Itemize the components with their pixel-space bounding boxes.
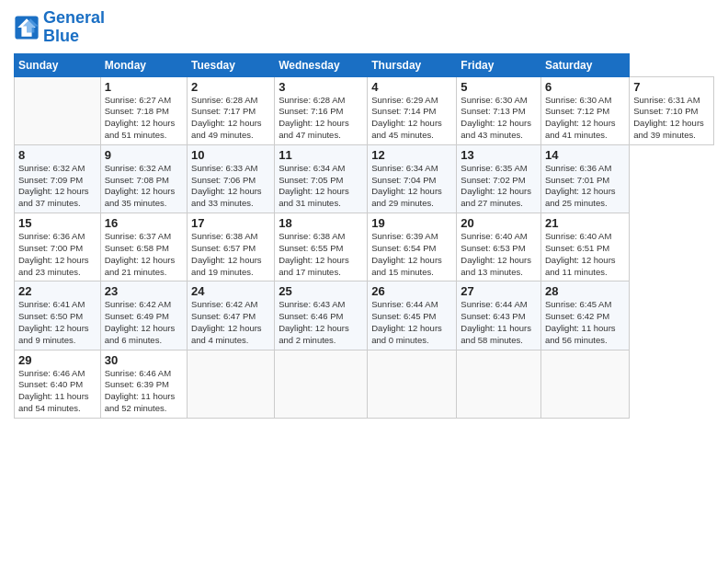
calendar-week-row: 29Sunrise: 6:46 AMSunset: 6:40 PMDayligh… (15, 350, 714, 418)
day-info: Sunrise: 6:28 AMSunset: 7:17 PMDaylight:… (191, 95, 270, 142)
calendar-day-cell: 9Sunrise: 6:32 AMSunset: 7:08 PMDaylight… (100, 144, 187, 213)
day-number: 7 (633, 80, 710, 94)
day-info: Sunrise: 6:46 AMSunset: 6:40 PMDaylight:… (18, 368, 97, 415)
calendar-day-cell: 1Sunrise: 6:27 AMSunset: 7:18 PMDaylight… (100, 76, 187, 144)
header-wednesday: Wednesday (275, 53, 368, 76)
day-number: 14 (545, 148, 625, 162)
calendar-day-cell: 30Sunrise: 6:46 AMSunset: 6:39 PMDayligh… (100, 350, 187, 418)
calendar-day-cell: 12Sunrise: 6:34 AMSunset: 7:04 PMDayligh… (368, 144, 457, 213)
day-number: 8 (18, 148, 97, 162)
calendar-day-cell: 3Sunrise: 6:28 AMSunset: 7:16 PMDaylight… (275, 76, 368, 144)
calendar-day-cell (188, 350, 275, 418)
day-info: Sunrise: 6:36 AMSunset: 7:00 PMDaylight:… (18, 231, 97, 278)
page-container: General Blue Sunday Monday Tuesday Wedne… (0, 0, 728, 428)
calendar-day-cell: 19Sunrise: 6:39 AMSunset: 6:54 PMDayligh… (368, 213, 457, 282)
day-number: 22 (18, 284, 97, 298)
calendar-day-cell (541, 350, 630, 418)
day-number: 11 (279, 148, 363, 162)
day-info: Sunrise: 6:40 AMSunset: 6:53 PMDaylight:… (461, 231, 537, 278)
day-info: Sunrise: 6:30 AMSunset: 7:13 PMDaylight:… (461, 95, 537, 142)
calendar-day-cell: 20Sunrise: 6:40 AMSunset: 6:53 PMDayligh… (457, 213, 541, 282)
day-number: 29 (18, 353, 97, 367)
day-number: 13 (461, 148, 537, 162)
header-saturday: Saturday (541, 53, 630, 76)
day-info: Sunrise: 6:35 AMSunset: 7:02 PMDaylight:… (461, 163, 537, 210)
calendar-table: Sunday Monday Tuesday Wednesday Thursday… (14, 53, 714, 419)
calendar-week-row: 15Sunrise: 6:36 AMSunset: 7:00 PMDayligh… (15, 213, 714, 282)
day-info: Sunrise: 6:38 AMSunset: 6:57 PMDaylight:… (191, 231, 270, 278)
day-info: Sunrise: 6:32 AMSunset: 7:09 PMDaylight:… (18, 163, 97, 210)
day-number: 28 (545, 284, 625, 298)
day-number: 18 (279, 216, 363, 230)
day-number: 6 (545, 80, 625, 94)
calendar-day-cell: 7Sunrise: 6:31 AMSunset: 7:10 PMDaylight… (630, 76, 714, 144)
day-info: Sunrise: 6:40 AMSunset: 6:51 PMDaylight:… (545, 231, 625, 278)
day-info: Sunrise: 6:42 AMSunset: 6:49 PMDaylight:… (105, 299, 183, 346)
calendar-day-cell: 8Sunrise: 6:32 AMSunset: 7:09 PMDaylight… (15, 144, 101, 213)
calendar-day-cell: 18Sunrise: 6:38 AMSunset: 6:55 PMDayligh… (275, 213, 368, 282)
calendar-day-cell: 14Sunrise: 6:36 AMSunset: 7:01 PMDayligh… (541, 144, 630, 213)
calendar-day-cell: 4Sunrise: 6:29 AMSunset: 7:14 PMDaylight… (368, 76, 457, 144)
day-number: 21 (545, 216, 625, 230)
day-info: Sunrise: 6:33 AMSunset: 7:06 PMDaylight:… (191, 163, 270, 210)
calendar-day-cell: 29Sunrise: 6:46 AMSunset: 6:40 PMDayligh… (15, 350, 101, 418)
calendar-day-cell: 5Sunrise: 6:30 AMSunset: 7:13 PMDaylight… (457, 76, 541, 144)
day-number: 10 (191, 148, 270, 162)
calendar-day-cell (275, 350, 368, 418)
day-number: 16 (105, 216, 183, 230)
day-number: 5 (461, 80, 537, 94)
calendar-day-cell: 16Sunrise: 6:37 AMSunset: 6:58 PMDayligh… (100, 213, 187, 282)
day-info: Sunrise: 6:42 AMSunset: 6:47 PMDaylight:… (191, 299, 270, 346)
day-info: Sunrise: 6:45 AMSunset: 6:42 PMDaylight:… (545, 299, 625, 346)
day-number: 4 (371, 80, 452, 94)
calendar-day-cell (15, 76, 101, 144)
day-info: Sunrise: 6:41 AMSunset: 6:50 PMDaylight:… (18, 299, 97, 346)
logo-icon (14, 15, 40, 40)
day-number: 20 (461, 216, 537, 230)
day-info: Sunrise: 6:44 AMSunset: 6:43 PMDaylight:… (461, 299, 537, 346)
day-info: Sunrise: 6:31 AMSunset: 7:10 PMDaylight:… (633, 95, 710, 142)
calendar-day-cell: 28Sunrise: 6:45 AMSunset: 6:42 PMDayligh… (541, 282, 630, 350)
day-number: 19 (371, 216, 452, 230)
day-info: Sunrise: 6:44 AMSunset: 6:45 PMDaylight:… (371, 299, 452, 346)
day-number: 27 (461, 284, 537, 298)
day-number: 25 (279, 284, 363, 298)
calendar-day-cell (368, 350, 457, 418)
calendar-day-cell: 17Sunrise: 6:38 AMSunset: 6:57 PMDayligh… (188, 213, 275, 282)
calendar-day-cell: 13Sunrise: 6:35 AMSunset: 7:02 PMDayligh… (457, 144, 541, 213)
day-number: 3 (279, 80, 363, 94)
logo-text: General Blue (43, 9, 105, 46)
day-number: 12 (371, 148, 452, 162)
header-monday: Monday (100, 53, 187, 76)
calendar-day-cell: 11Sunrise: 6:34 AMSunset: 7:05 PMDayligh… (275, 144, 368, 213)
day-number: 24 (191, 284, 270, 298)
header-sunday: Sunday (15, 53, 101, 76)
day-number: 17 (191, 216, 270, 230)
day-info: Sunrise: 6:32 AMSunset: 7:08 PMDaylight:… (105, 163, 183, 210)
header: General Blue (14, 9, 714, 46)
header-friday: Friday (457, 53, 541, 76)
calendar-day-cell: 15Sunrise: 6:36 AMSunset: 7:00 PMDayligh… (15, 213, 101, 282)
day-number: 23 (105, 284, 183, 298)
calendar-day-cell: 24Sunrise: 6:42 AMSunset: 6:47 PMDayligh… (188, 282, 275, 350)
day-info: Sunrise: 6:30 AMSunset: 7:12 PMDaylight:… (545, 95, 625, 142)
day-info: Sunrise: 6:34 AMSunset: 7:04 PMDaylight:… (371, 163, 452, 210)
day-info: Sunrise: 6:36 AMSunset: 7:01 PMDaylight:… (545, 163, 625, 210)
day-info: Sunrise: 6:38 AMSunset: 6:55 PMDaylight:… (279, 231, 363, 278)
calendar-day-cell (457, 350, 541, 418)
calendar-day-cell: 21Sunrise: 6:40 AMSunset: 6:51 PMDayligh… (541, 213, 630, 282)
day-number: 2 (191, 80, 270, 94)
header-thursday: Thursday (368, 53, 457, 76)
calendar-week-row: 8Sunrise: 6:32 AMSunset: 7:09 PMDaylight… (15, 144, 714, 213)
calendar-day-cell: 25Sunrise: 6:43 AMSunset: 6:46 PMDayligh… (275, 282, 368, 350)
day-number: 30 (105, 353, 183, 367)
day-info: Sunrise: 6:27 AMSunset: 7:18 PMDaylight:… (105, 95, 183, 142)
calendar-day-cell: 27Sunrise: 6:44 AMSunset: 6:43 PMDayligh… (457, 282, 541, 350)
calendar-day-cell: 23Sunrise: 6:42 AMSunset: 6:49 PMDayligh… (100, 282, 187, 350)
calendar-day-cell: 26Sunrise: 6:44 AMSunset: 6:45 PMDayligh… (368, 282, 457, 350)
calendar-day-cell: 6Sunrise: 6:30 AMSunset: 7:12 PMDaylight… (541, 76, 630, 144)
day-info: Sunrise: 6:37 AMSunset: 6:58 PMDaylight:… (105, 231, 183, 278)
day-number: 15 (18, 216, 97, 230)
calendar-day-cell: 2Sunrise: 6:28 AMSunset: 7:17 PMDaylight… (188, 76, 275, 144)
calendar-week-row: 1Sunrise: 6:27 AMSunset: 7:18 PMDaylight… (15, 76, 714, 144)
